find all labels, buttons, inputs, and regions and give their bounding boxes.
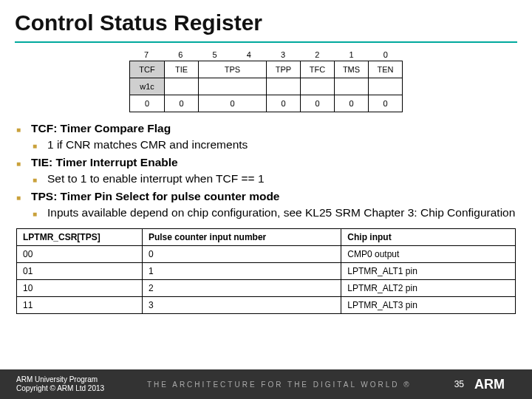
slide-title: Control Status Register	[0, 0, 532, 37]
bullet-heading: TIE: Timer Interrupt Enable	[31, 156, 178, 168]
register-access	[266, 78, 300, 95]
table-row: 00 0 CMP0 output	[17, 245, 516, 262]
title-divider	[15, 41, 517, 43]
register-field-row: TCFTIETPSTPPTFCTMSTEN	[129, 61, 403, 78]
table-cell: 0	[142, 245, 341, 262]
bullet-heading: TCF: Timer Compare Flag	[31, 122, 171, 134]
bullet-heading: TPS: Timer Pin Select for pulse counter …	[31, 190, 279, 202]
footer-line2: Copyright © ARM Ltd 2013	[16, 384, 104, 394]
register-access	[198, 78, 266, 95]
table-cell: 01	[17, 262, 143, 279]
register-diagram: 76543210 TCFTIETPSTPPTFCTMSTEN w1c 00000…	[129, 50, 403, 112]
bullet-item: TIE: Timer Interrupt Enable Set to 1 to …	[16, 155, 516, 187]
table-cell: 10	[17, 279, 143, 296]
register-reset-row: 0000000	[129, 95, 403, 112]
table-cell: 2	[142, 279, 341, 296]
register-access: w1c	[130, 78, 164, 95]
table-cell: 00	[17, 245, 143, 262]
table-cell: LPTMR_ALT2 pin	[341, 279, 516, 296]
footer-copyright: ARM University Program Copyright © ARM L…	[0, 375, 104, 394]
tps-table: LPTMR_CSR[TPS] Pulse counter input numbe…	[16, 228, 516, 314]
table-header: Pulse counter input number	[142, 228, 341, 245]
table-header: Chip input	[341, 228, 516, 245]
svg-text:ARM: ARM	[474, 377, 505, 392]
bullet-content: TCF: Timer Compare Flag 1 if CNR matches…	[0, 112, 532, 221]
register-access	[368, 78, 402, 95]
bit-number: 3	[266, 50, 300, 61]
table-header: LPTMR_CSR[TPS]	[17, 228, 143, 245]
register-access-row: w1c	[129, 78, 403, 95]
register-field: TFC	[300, 61, 334, 78]
table-cell: LPTMR_ALT1 pin	[341, 262, 516, 279]
bit-number: 6	[163, 50, 197, 61]
bullet-item: TCF: Timer Compare Flag 1 if CNR matches…	[16, 121, 516, 153]
register-field: TIE	[164, 61, 198, 78]
footer-line1: ARM University Program	[16, 375, 104, 385]
register-field: TPS	[198, 61, 266, 78]
register-field: TCF	[130, 61, 164, 78]
bit-number: 2	[300, 50, 334, 61]
table-cell: CMP0 output	[341, 245, 516, 262]
page-number: 35	[454, 379, 474, 389]
register-access	[164, 78, 198, 95]
register-reset: 0	[300, 95, 334, 112]
arm-logo: ARM	[474, 376, 532, 392]
register-reset: 0	[130, 95, 164, 112]
register-reset: 0	[368, 95, 402, 112]
table-row: 01 1 LPTMR_ALT1 pin	[17, 262, 516, 279]
slide-footer: ARM University Program Copyright © ARM L…	[0, 369, 532, 399]
bit-number: 5	[198, 50, 232, 61]
bit-number: 4	[232, 50, 266, 61]
sub-bullet: 1 if CNR matches CMR and increments	[31, 137, 516, 153]
register-access	[300, 78, 334, 95]
register-reset: 0	[164, 95, 198, 112]
table-row: 10 2 LPTMR_ALT2 pin	[17, 279, 516, 296]
register-field: TEN	[368, 61, 402, 78]
register-access	[334, 78, 368, 95]
register-bit-numbers: 76543210	[129, 50, 403, 61]
table-cell: 11	[17, 296, 143, 313]
footer-tagline: THE ARCHITECTURE FOR THE DIGITAL WORLD ®	[104, 381, 454, 389]
sub-bullet: Inputs available depend on chip configur…	[31, 205, 516, 221]
table-cell: 3	[142, 296, 341, 313]
slide: Control Status Register 76543210 TCFTIET…	[0, 0, 532, 399]
register-field: TPP	[266, 61, 300, 78]
sub-bullet: Set to 1 to enable interrupt when TCF ==…	[31, 171, 516, 187]
bit-number: 7	[129, 50, 163, 61]
table-cell: 1	[142, 262, 341, 279]
register-reset: 0	[198, 95, 266, 112]
bullet-item: TPS: Timer Pin Select for pulse counter …	[16, 189, 516, 221]
register-reset: 0	[334, 95, 368, 112]
register-field: TMS	[334, 61, 368, 78]
bit-number: 1	[335, 50, 369, 61]
bit-number: 0	[369, 50, 403, 61]
table-cell: LPTMR_ALT3 pin	[341, 296, 516, 313]
register-reset: 0	[266, 95, 300, 112]
table-row: 11 3 LPTMR_ALT3 pin	[17, 296, 516, 313]
